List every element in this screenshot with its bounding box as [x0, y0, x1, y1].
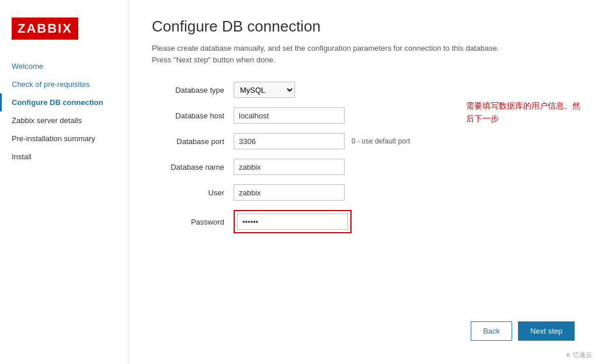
nav-menu: Welcome Check of pre-requisites Configur… — [0, 57, 128, 166]
sidebar-item-db-connection[interactable]: Configure DB connection — [0, 93, 128, 111]
user-label: User — [152, 188, 234, 197]
user-input[interactable] — [234, 184, 345, 201]
sidebar-item-preinstall: Pre-installation summary — [0, 130, 128, 148]
sidebar: ZABBIX Welcome Check of pre-requisites C… — [0, 0, 128, 364]
page-title: Configure DB connection — [152, 18, 575, 36]
db-port-row: Database port 0 - use default port — [152, 133, 575, 149]
sidebar-item-server-details: Zabbix server details — [0, 111, 128, 130]
sidebar-item-prereq[interactable]: Check of pre-requisites — [0, 75, 128, 93]
db-type-select[interactable]: MySQL PostgreSQL Oracle DB2 SQLite3 — [234, 82, 295, 98]
sidebar-item-welcome[interactable]: Welcome — [0, 57, 128, 75]
db-port-input[interactable] — [234, 133, 345, 149]
annotation: 需要填写数据库的用户信息。然 后下一步 — [466, 99, 580, 125]
db-host-input[interactable] — [234, 107, 345, 124]
db-host-label: Database host — [152, 111, 234, 120]
db-host-field — [234, 107, 345, 124]
user-row: User — [152, 184, 575, 201]
password-label: Password — [152, 218, 234, 226]
db-type-label: Database type — [152, 86, 234, 94]
next-step-button[interactable]: Next step — [518, 321, 575, 341]
page-description: Please create database manually, and set… — [152, 43, 575, 65]
password-row: Password — [152, 210, 575, 233]
db-port-field: 0 - use default port — [234, 133, 410, 149]
db-port-label: Database port — [152, 137, 234, 146]
db-name-input[interactable] — [234, 159, 345, 175]
db-type-field: MySQL PostgreSQL Oracle DB2 SQLite3 — [234, 82, 295, 98]
password-input[interactable] — [237, 214, 348, 230]
sidebar-item-install: Install — [0, 148, 128, 166]
db-name-row: Database name — [152, 159, 575, 175]
db-name-field — [234, 159, 345, 175]
watermark: ⊕ 亿速云 — [566, 351, 592, 359]
db-name-label: Database name — [152, 163, 234, 172]
footer-buttons: Back Next step — [471, 321, 575, 341]
main-content: Configure DB connection Please create da… — [128, 0, 598, 364]
db-type-row: Database type MySQL PostgreSQL Oracle DB… — [152, 82, 575, 98]
zabbix-logo: ZABBIX — [12, 18, 78, 40]
logo-area: ZABBIX — [0, 12, 128, 57]
db-port-hint: 0 - use default port — [352, 137, 410, 145]
password-field-highlight — [234, 210, 352, 233]
back-button[interactable]: Back — [471, 321, 512, 341]
user-field — [234, 184, 345, 201]
